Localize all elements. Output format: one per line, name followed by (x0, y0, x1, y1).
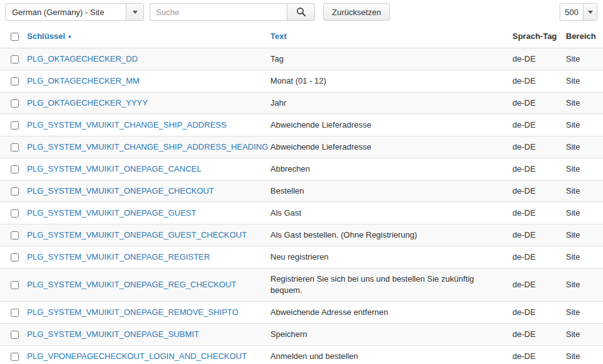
override-key-link[interactable]: PLG_SYSTEM_VMUIKIT_ONEPAGE_SUBMIT (27, 329, 199, 339)
row-checkbox[interactable] (11, 121, 19, 130)
table-row: PLG_SYSTEM_VMUIKIT_ONEPAGE_GUEST_CHECKOU… (0, 224, 603, 246)
text-cell: Anmelden und bestellen (270, 346, 512, 364)
row-checkbox-cell (0, 48, 27, 70)
lang-tag-cell: de-DE (512, 180, 566, 202)
language-filter-select[interactable]: German (Germany) - Site (5, 3, 144, 21)
table-row: PLG_OKTAGECHECKER_MM Monat (01 - 12) de-… (0, 70, 603, 92)
lang-tag-cell: de-DE (512, 70, 566, 92)
row-checkbox-cell (0, 136, 27, 158)
row-checkbox[interactable] (11, 309, 19, 317)
filter-toolbar: German (Germany) - Site Zurücksetzen 500 (0, 0, 603, 25)
header-lang-tag: Sprach-Tag (512, 25, 566, 48)
text-cell: Bestellen (270, 180, 512, 202)
row-checkbox-cell (0, 202, 27, 224)
text-cell: Jahr (270, 92, 512, 114)
text-cell: Tag (270, 48, 512, 70)
row-checkbox-cell (0, 246, 27, 268)
text-cell: Abweichende Adresse entfernen (270, 302, 512, 324)
table-row: PLG_OKTAGECHECKER_YYYY Jahr de-DE Site (0, 92, 603, 114)
header-key: Schlüssel▲ (27, 25, 270, 48)
scope-cell: Site (566, 246, 603, 268)
row-checkbox-cell (0, 268, 27, 302)
override-key-link[interactable]: PLG_SYSTEM_VMUIKIT_ONEPAGE_CANCEL (27, 164, 201, 174)
list-limit-caret-button[interactable] (583, 4, 597, 20)
row-checkbox-cell (0, 324, 27, 346)
override-key-link[interactable]: PLG_OKTAGECHECKER_YYYY (27, 98, 148, 108)
search-button[interactable] (287, 3, 315, 21)
text-cell: Abweichende Lieferadresse (270, 114, 512, 136)
row-checkbox-cell (0, 70, 27, 92)
override-key-link[interactable]: PLG_SYSTEM_VMUIKIT_ONEPAGE_GUEST (27, 208, 196, 218)
table-row: PLG_SYSTEM_VMUIKIT_ONEPAGE_GUEST Als Gas… (0, 202, 603, 224)
scope-cell: Site (566, 92, 603, 114)
key-cell: PLG_SYSTEM_VMUIKIT_ONEPAGE_REGISTER (27, 246, 270, 268)
table-row: PLG_SYSTEM_VMUIKIT_ONEPAGE_REG_CHECKOUT … (0, 268, 603, 302)
row-checkbox[interactable] (11, 165, 19, 174)
row-checkbox-cell (0, 158, 27, 180)
scope-cell: Site (566, 346, 603, 364)
scope-cell: Site (566, 136, 603, 158)
lang-tag-cell: de-DE (512, 268, 566, 302)
override-key-link[interactable]: PLG_OKTAGECHECKER_MM (27, 76, 140, 85)
select-all-checkbox[interactable] (11, 33, 19, 41)
row-checkbox-cell (0, 224, 27, 246)
text-cell: Monat (01 - 12) (270, 70, 512, 92)
row-checkbox[interactable] (11, 143, 19, 152)
table-row: PLG_VPONEPAGECHECKOUT_LOGIN_AND_CHECKOUT… (0, 346, 603, 364)
row-checkbox-cell (0, 180, 27, 202)
lang-tag-cell: de-DE (512, 202, 566, 224)
scope-cell: Site (566, 70, 603, 92)
row-checkbox-cell (0, 92, 27, 114)
table-header-row: Schlüssel▲ Text Sprach-Tag Bereich (0, 25, 603, 48)
override-key-link[interactable]: PLG_VPONEPAGECHECKOUT_LOGIN_AND_CHECKOUT (27, 351, 246, 361)
row-checkbox[interactable] (11, 77, 19, 85)
row-checkbox[interactable] (11, 253, 19, 262)
override-key-link[interactable]: PLG_SYSTEM_VMUIKIT_ONEPAGE_REGISTER (27, 252, 210, 262)
list-limit-select[interactable]: 500 (560, 3, 597, 21)
language-filter-caret-button[interactable] (126, 4, 143, 20)
key-cell: PLG_OKTAGECHECKER_MM (27, 70, 270, 92)
scope-cell: Site (566, 158, 603, 180)
table-row: PLG_SYSTEM_VMUIKIT_CHANGE_SHIP_ADDRESS A… (0, 114, 603, 136)
row-checkbox[interactable] (11, 231, 19, 240)
reset-button[interactable]: Zurücksetzen (323, 3, 390, 21)
sort-by-text-link[interactable]: Text (270, 31, 287, 41)
row-checkbox[interactable] (11, 187, 19, 196)
override-key-link[interactable]: PLG_SYSTEM_VMUIKIT_ONEPAGE_GUEST_CHECKOU… (27, 230, 246, 240)
table-body: PLG_OKTAGECHECKER_DD Tag de-DE Site PLG_… (0, 48, 603, 364)
override-key-link[interactable]: PLG_SYSTEM_VMUIKIT_ONEPAGE_REMOVE_SHIPTO (27, 307, 238, 317)
row-checkbox[interactable] (11, 209, 19, 218)
sort-by-key-link[interactable]: Schlüssel▲ (27, 31, 72, 41)
scope-cell: Site (566, 224, 603, 246)
text-cell: Abweichende Lieferadresse (270, 136, 512, 158)
override-key-link[interactable]: PLG_SYSTEM_VMUIKIT_CHANGE_SHIP_ADDRESS_H… (27, 142, 268, 152)
override-key-link[interactable]: PLG_SYSTEM_VMUIKIT_ONEPAGE_CHECKOUT (27, 186, 214, 196)
key-cell: PLG_SYSTEM_VMUIKIT_ONEPAGE_REMOVE_SHIPTO (27, 302, 270, 324)
row-checkbox-cell (0, 114, 27, 136)
key-cell: PLG_SYSTEM_VMUIKIT_ONEPAGE_SUBMIT (27, 324, 270, 346)
scope-cell: Site (566, 48, 603, 70)
lang-tag-cell: de-DE (512, 114, 566, 136)
header-text: Text (270, 25, 512, 48)
search-icon (296, 7, 306, 17)
row-checkbox[interactable] (11, 331, 19, 339)
text-cell: Abbrechen (270, 158, 512, 180)
row-checkbox-cell (0, 302, 27, 324)
override-key-link[interactable]: PLG_SYSTEM_VMUIKIT_CHANGE_SHIP_ADDRESS (27, 120, 226, 130)
override-key-link[interactable]: PLG_SYSTEM_VMUIKIT_ONEPAGE_REG_CHECKOUT (27, 280, 236, 289)
lang-tag-cell: de-DE (512, 324, 566, 346)
row-checkbox[interactable] (11, 353, 19, 361)
table-row: PLG_SYSTEM_VMUIKIT_ONEPAGE_CANCEL Abbrec… (0, 158, 603, 180)
chevron-down-icon (133, 11, 138, 14)
lang-tag-cell: de-DE (512, 48, 566, 70)
row-checkbox[interactable] (11, 99, 19, 108)
table-row: PLG_OKTAGECHECKER_DD Tag de-DE Site (0, 48, 603, 70)
search-input[interactable] (150, 3, 287, 21)
override-key-link[interactable]: PLG_OKTAGECHECKER_DD (27, 54, 138, 63)
overrides-table: Schlüssel▲ Text Sprach-Tag Bereich PLG_O… (0, 25, 603, 364)
row-checkbox[interactable] (11, 55, 19, 63)
table-row: PLG_SYSTEM_VMUIKIT_ONEPAGE_SUBMIT Speich… (0, 324, 603, 346)
lang-tag-cell: de-DE (512, 158, 566, 180)
row-checkbox-cell (0, 346, 27, 364)
row-checkbox[interactable] (11, 281, 19, 289)
